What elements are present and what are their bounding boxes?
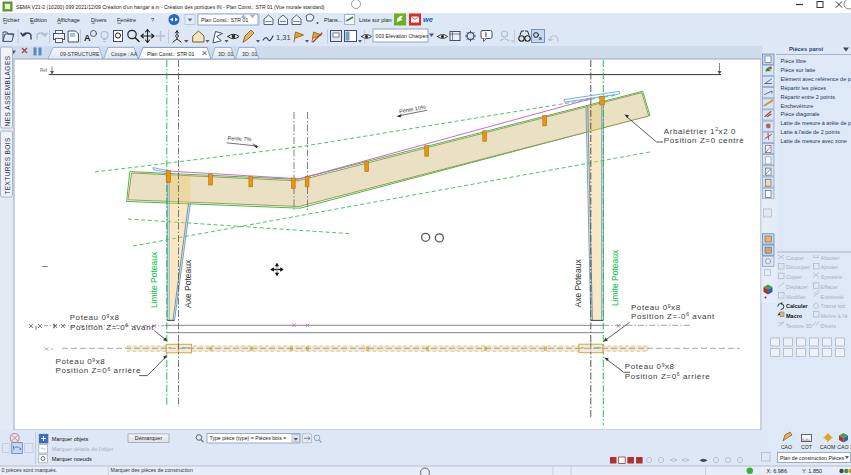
svg-text:Position Z=-06 avant: Position Z=-06 avant (70, 322, 154, 331)
svg-text:Marquer objets: Marquer objets (52, 436, 89, 442)
svg-text:CAOM: CAOM (820, 444, 836, 450)
svg-text:Démarquer: Démarquer (135, 435, 163, 441)
svg-text:Plans...: Plans... (324, 17, 343, 23)
svg-text:3D: 01: 3D: 01 (218, 51, 233, 57)
svg-text:Position Z=06 arrière: Position Z=06 arrière (56, 366, 141, 375)
svg-text:Affichage: Affichage (57, 17, 80, 23)
svg-text:Répartir entre 2 points: Répartir entre 2 points (781, 94, 836, 100)
svg-text:Pente 7%: Pente 7% (227, 135, 251, 142)
svg-text:Mettre à l'é: Mettre à l'é (821, 313, 848, 319)
svg-text:Position Z=06 arrière: Position Z=06 arrière (625, 371, 710, 380)
svg-text:Modifier: Modifier (786, 294, 806, 300)
svg-text:Edition: Edition (30, 17, 47, 23)
svg-text:Marquer détails de l'objet: Marquer détails de l'objet (52, 446, 114, 452)
svg-text:Enchevêtrure: Enchevêtrure (781, 103, 814, 109)
svg-text:Axe Poteaux: Axe Poteaux (573, 259, 583, 308)
svg-text:003 Elevation Charpen: 003 Elevation Charpen (376, 33, 429, 39)
svg-text:Trame toit: Trame toit (821, 303, 846, 309)
svg-text:Ajouter: Ajouter (821, 264, 839, 270)
svg-text:Copier: Copier (786, 274, 802, 280)
svg-text:X: 6.986: X: 6.986 (767, 468, 788, 474)
svg-text:COT: COT (801, 444, 813, 450)
svg-text:Plan de construction Pièces -: Plan de construction Pièces - (780, 455, 847, 461)
svg-text:Liste sur plan: Liste sur plan (359, 17, 392, 23)
svg-text:3D: 01: 3D: 01 (242, 51, 257, 57)
svg-text:Macro: Macro (786, 313, 803, 319)
svg-text:09-STRUCTURE: 09-STRUCTURE (60, 51, 100, 57)
svg-text:Type pièce (type) = Pièces boi: Type pièce (type) = Pièces bois = (210, 435, 287, 441)
svg-text:i: i (485, 31, 487, 38)
svg-text:Pièces paroi: Pièces paroi (789, 46, 824, 52)
svg-text:Découper: Découper (786, 264, 810, 270)
svg-text:Fenêtre: Fenêtre (117, 17, 136, 23)
svg-text:Marquer noeuds: Marquer noeuds (52, 456, 92, 462)
svg-text:Poteau 09x8: Poteau 09x8 (56, 357, 106, 366)
svg-text:we: we (423, 15, 433, 24)
svg-text:Pièce diagonale: Pièce diagonale (781, 111, 820, 117)
svg-text:Elément avec référence de piè: Elément avec référence de piè (781, 76, 851, 82)
svg-text:Coupe : AA: Coupe : AA (111, 51, 138, 57)
svg-text:TEXTURES BOIS: TEXTURES BOIS (4, 137, 11, 194)
svg-text:SEMA V21-2 (10200) 099 2021/12: SEMA V21-2 (10200) 099 2021/12/09 Créati… (16, 4, 325, 10)
svg-text:1,31: 1,31 (276, 33, 291, 42)
svg-text:Poteau 09x8: Poteau 09x8 (70, 313, 120, 322)
svg-text:Position Z=-06 avant: Position Z=-06 avant (631, 311, 715, 320)
svg-text:Symétrie: Symétrie (821, 274, 843, 280)
svg-text:Divers: Divers (821, 323, 837, 329)
svg-text:0 pièces sont marqués.: 0 pièces sont marqués. (2, 467, 58, 473)
svg-text:CAO 3: CAO 3 (837, 444, 851, 450)
svg-text:Arbalétrier 12x2 0: Arbalétrier 12x2 0 (664, 126, 736, 135)
svg-text:Couper: Couper (786, 255, 804, 261)
svg-text:Calculer: Calculer (786, 303, 809, 309)
svg-text:Pièce sur latte: Pièce sur latte (781, 67, 816, 73)
svg-text:Limite Poteaux: Limite Poteaux (610, 249, 620, 306)
svg-text:CAO: CAO (781, 444, 792, 450)
svg-text:Position Z=0 centré: Position Z=0 centré (664, 136, 745, 145)
svg-text:Marquer des pièces de construc: Marquer des pièces de construction (111, 467, 193, 473)
svg-text:Limite Poteaux: Limite Poteaux (149, 251, 159, 308)
svg-text:Texture 3D: Texture 3D (786, 323, 813, 329)
svg-text:Latte à l'aide de 2 points: Latte à l'aide de 2 points (781, 129, 841, 135)
svg-text:Latte de mesure à arête de par: Latte de mesure à arête de par (781, 120, 851, 126)
svg-text:Axe Poteaux: Axe Poteaux (183, 259, 193, 308)
svg-text:Pièce libre: Pièce libre (781, 58, 807, 64)
svg-text:A: A (84, 33, 91, 43)
svg-text:Effacer: Effacer (821, 284, 838, 290)
svg-text:Ref: Ref (40, 68, 48, 73)
svg-text:Plan Const.: STR 01: Plan Const.: STR 01 (147, 51, 194, 57)
svg-text:Extrémité: Extrémité (821, 294, 844, 300)
svg-text:Abouter: Abouter (821, 255, 840, 261)
svg-text:Déplacer: Déplacer (786, 284, 808, 290)
svg-text:Fichier: Fichier (3, 17, 20, 23)
svg-text:Y: 1.850: Y: 1.850 (802, 468, 822, 474)
svg-text:NES ASSEMBLAGES: NES ASSEMBLAGES (4, 55, 11, 126)
svg-text:?: ? (151, 17, 154, 23)
svg-text:Poteau 09x8: Poteau 09x8 (625, 362, 675, 371)
svg-text:Répartir les pièces: Répartir les pièces (781, 85, 827, 91)
svg-text:Divers: Divers (91, 17, 107, 23)
svg-text:Latte de mesure avec zone: Latte de mesure avec zone (781, 138, 847, 144)
